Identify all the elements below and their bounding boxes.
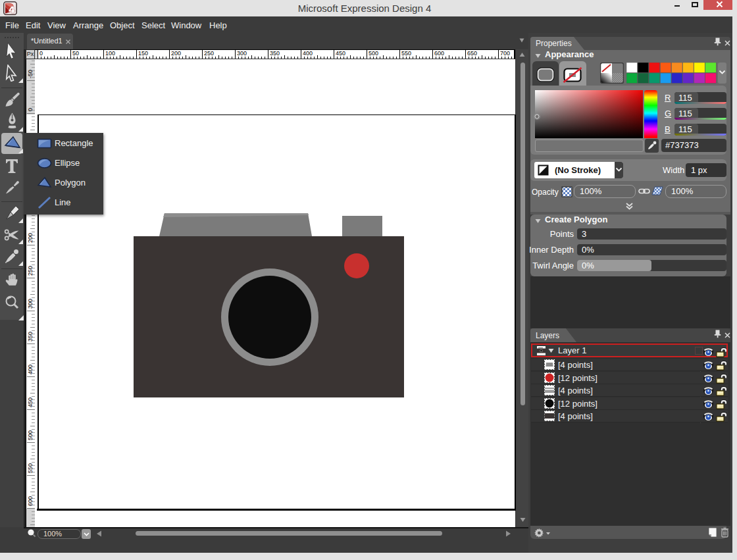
svg-text:250: 250 [27, 266, 34, 276]
svg-text:400: 400 [27, 365, 34, 374]
svg-text:400: 400 [303, 50, 313, 57]
svg-text:100: 100 [105, 50, 115, 57]
svg-text:350: 350 [27, 332, 34, 342]
svg-text:300: 300 [27, 299, 34, 309]
svg-text:700: 700 [500, 50, 510, 57]
svg-text:0: 0 [27, 108, 34, 111]
svg-text:450: 450 [27, 397, 34, 407]
svg-text:0: 0 [39, 50, 43, 57]
svg-text:350: 350 [270, 50, 280, 57]
svg-text:200: 200 [27, 233, 34, 243]
svg-text:550: 550 [401, 50, 411, 57]
svg-text:200: 200 [171, 50, 181, 57]
svg-text:650: 650 [467, 50, 477, 57]
svg-text:500: 500 [27, 430, 34, 440]
svg-text:-50: -50 [27, 70, 34, 78]
svg-text:250: 250 [204, 50, 214, 57]
svg-text:300: 300 [237, 50, 247, 57]
svg-text:450: 450 [336, 50, 345, 57]
svg-text:150: 150 [138, 50, 148, 57]
svg-text:600: 600 [27, 496, 34, 506]
svg-text:50: 50 [72, 50, 79, 57]
svg-text:600: 600 [434, 50, 444, 57]
svg-text:550: 550 [27, 463, 34, 473]
svg-text:500: 500 [368, 50, 378, 57]
